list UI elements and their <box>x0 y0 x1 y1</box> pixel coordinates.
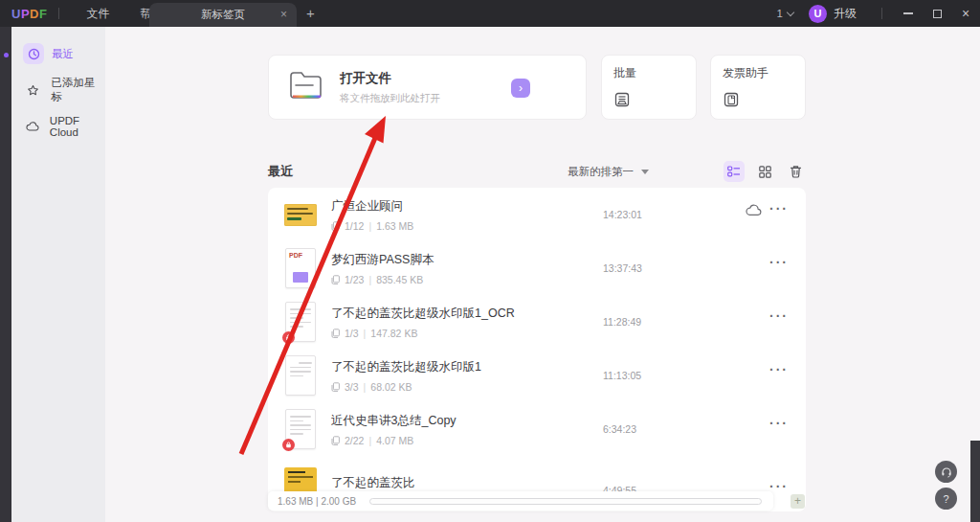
storage-bar: 1.63 MB | 2.00 GB <box>268 491 773 511</box>
more-button[interactable]: ··· <box>769 255 789 270</box>
file-time: 11:13:05 <box>603 370 641 381</box>
table-row[interactable]: 近代史串讲3总结_Copy 2/22 | 4.07 MB 6:34:23 ··· <box>268 402 806 456</box>
file-time: 11:28:49 <box>603 316 641 328</box>
invoice-icon <box>723 91 793 112</box>
sidebar-item-starred[interactable]: 已添加星标 <box>23 79 105 102</box>
list-view-button[interactable] <box>724 161 745 182</box>
tab-close-icon[interactable]: × <box>280 8 287 21</box>
logo-letter: U <box>11 7 21 21</box>
grid-view-icon <box>759 166 771 178</box>
sidebar-item-label: 已添加星标 <box>52 76 105 104</box>
updf-logo: UPDF <box>11 7 47 21</box>
file-pages: 1/3 <box>345 328 359 339</box>
logo-letter: P <box>21 7 30 21</box>
new-tab-button[interactable]: + <box>306 6 315 20</box>
grid-view-button[interactable] <box>754 161 775 182</box>
file-name: 梦幻西游PASS脚本 <box>331 252 434 268</box>
file-meta: 3/3 | 68.02 KB <box>331 381 481 393</box>
file-meta: 2/22 | 4.07 MB <box>331 435 457 446</box>
table-row[interactable]: PDF 梦幻西游PASS脚本 1/23 | 835.45 KB 13:37:43… <box>268 241 806 295</box>
file-pages: 1/23 <box>345 274 364 285</box>
list-header: 最近 最新的排第一 <box>268 159 806 184</box>
table-row[interactable]: 广恒企业顾问 1/12 | 1.63 MB 14:23:01 ··· <box>268 188 806 241</box>
logo-letter: F <box>39 7 47 21</box>
file-name: 了不起的盖茨比超级水印版1 <box>331 359 481 375</box>
pages-icon <box>331 221 340 231</box>
meta-separator: | <box>368 435 371 446</box>
batch-card[interactable]: 批量 <box>601 55 697 120</box>
table-row[interactable]: 了不起的盖茨比超级水印版1 3/3 | 68.02 KB 11:13:05 ··… <box>268 349 806 402</box>
divider <box>881 8 882 19</box>
pages-icon <box>331 382 340 392</box>
add-file-button[interactable]: + <box>791 494 805 509</box>
updf-window: UPDF 文件 帮助 新标签页 × + 1 U 升级 × <box>0 0 980 522</box>
file-meta: 1/3 | 147.82 KB <box>331 328 515 339</box>
titlebar-right: 1 U 升级 × <box>777 0 980 27</box>
batch-title: 批量 <box>613 65 684 81</box>
more-button[interactable]: ··· <box>769 479 789 494</box>
storage-progress-track <box>369 498 762 505</box>
sidebar-item-recent[interactable]: 最近 <box>23 42 105 65</box>
maximize-button[interactable] <box>923 0 951 27</box>
sort-dropdown[interactable]: 最新的排第一 <box>568 165 649 179</box>
file-meta: 1/23 | 835.45 KB <box>331 274 434 285</box>
avatar[interactable]: U <box>809 5 827 23</box>
sidebar-item-label: UPDF Cloud <box>50 115 105 138</box>
cloud-icon <box>23 116 42 137</box>
pages-icon <box>331 436 340 445</box>
file-thumbnail: PDF <box>283 246 318 290</box>
logo-letter: D <box>30 7 39 21</box>
pages-icon <box>331 275 340 284</box>
trash-button[interactable] <box>785 161 806 182</box>
more-button[interactable]: ··· <box>769 362 789 377</box>
maximize-icon <box>933 10 942 18</box>
minimize-button[interactable] <box>894 0 923 27</box>
clock-icon <box>23 43 44 64</box>
open-file-arrow-button[interactable]: › <box>511 79 530 98</box>
view-toggle-group <box>724 161 806 182</box>
file-size: 147.82 KB <box>370 328 417 339</box>
folder-icon <box>288 70 326 104</box>
more-button[interactable]: ··· <box>769 201 789 216</box>
cloud-upload-button[interactable] <box>746 204 762 219</box>
close-icon: × <box>962 7 969 20</box>
headset-icon <box>941 466 952 478</box>
open-file-texts: 打开文件 将文件拖放到此处打开 <box>340 70 440 105</box>
file-pages: 2/22 <box>345 435 364 446</box>
file-thumbnail <box>283 300 318 344</box>
file-size: 835.45 KB <box>376 274 423 285</box>
file-name: 近代史串讲3总结_Copy <box>331 413 457 429</box>
table-row[interactable]: 了不起的盖茨比超级水印版1_OCR 1/3 | 147.82 KB 11:28:… <box>268 295 806 349</box>
divider <box>58 8 59 19</box>
invoice-assistant-card[interactable]: 发票助手 <box>710 55 806 120</box>
more-button[interactable]: ··· <box>769 308 789 324</box>
list-view-icon <box>727 166 741 177</box>
file-thumbnail <box>283 407 318 451</box>
invoice-title: 发票助手 <box>723 65 793 81</box>
help-button[interactable]: ? <box>935 488 957 510</box>
file-time: 6:34:23 <box>603 423 636 435</box>
window-right-edge <box>970 441 980 522</box>
trash-icon <box>790 165 802 178</box>
file-pages: 3/3 <box>345 381 359 393</box>
open-file-card[interactable]: 打开文件 将文件拖放到此处打开 › <box>268 55 587 120</box>
close-button[interactable]: × <box>951 0 980 27</box>
file-size: 68.02 KB <box>370 381 412 393</box>
file-name: 了不起的盖茨比 <box>331 475 415 491</box>
more-button[interactable]: ··· <box>769 416 789 431</box>
window-count-dropdown[interactable]: 1 <box>777 8 793 19</box>
titlebar: UPDF 文件 帮助 新标签页 × + 1 U 升级 × <box>0 0 980 27</box>
star-icon <box>23 79 44 101</box>
support-button[interactable] <box>935 461 957 483</box>
file-time: 13:37:43 <box>603 262 642 274</box>
menu-file[interactable]: 文件 <box>71 0 124 27</box>
meta-separator: | <box>368 220 371 232</box>
open-file-title: 打开文件 <box>340 70 440 87</box>
minimize-icon <box>903 12 913 13</box>
tab-new-page[interactable]: 新标签页 × <box>149 3 297 27</box>
batch-icon <box>613 91 684 112</box>
file-pages: 1/12 <box>345 220 364 232</box>
sidebar: 最近 已添加星标 UPDF Cloud <box>11 27 105 522</box>
sidebar-item-updf-cloud[interactable]: UPDF Cloud <box>23 115 105 138</box>
upgrade-button[interactable]: 升级 <box>834 6 857 22</box>
